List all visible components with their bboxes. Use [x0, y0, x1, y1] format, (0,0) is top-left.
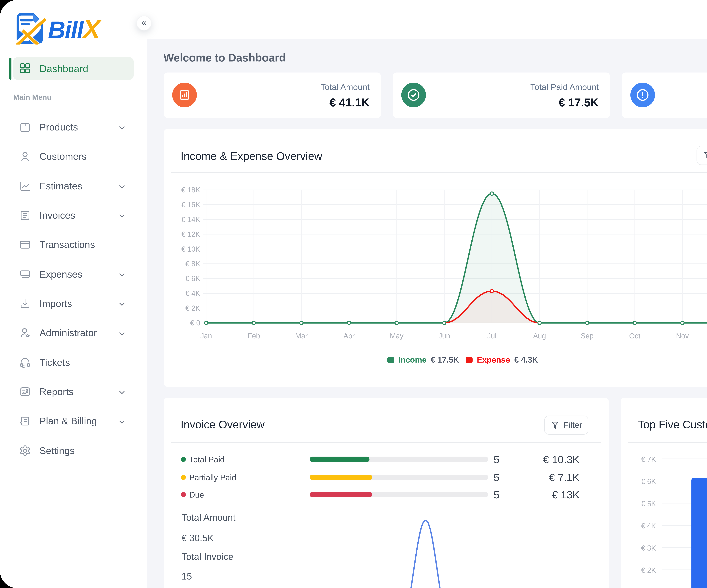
svg-text:Mar: Mar — [295, 332, 308, 340]
svg-text:Total Paid: Total Paid — [189, 455, 225, 464]
svg-text:5: 5 — [494, 472, 499, 484]
svg-text:€ 4K: € 4K — [641, 522, 656, 530]
svg-text:Due: Due — [189, 490, 204, 499]
svg-text:5: 5 — [494, 454, 499, 465]
svg-text:€ 30.5K: € 30.5K — [181, 533, 214, 543]
svg-text:15: 15 — [181, 571, 192, 582]
svg-text:€ 5K: € 5K — [641, 500, 656, 508]
svg-text:€ 0: € 0 — [190, 319, 200, 327]
svg-text:€ 10K: € 10K — [181, 245, 200, 253]
svg-text:May: May — [390, 332, 403, 340]
svg-text:€ 10.3K: € 10.3K — [543, 454, 579, 465]
svg-text:€ 6K: € 6K — [641, 478, 656, 486]
svg-text:Partially Paid: Partially Paid — [189, 473, 236, 482]
svg-text:€ 13K: € 13K — [552, 489, 579, 501]
svg-text:€ 18K: € 18K — [181, 186, 200, 194]
svg-text:Feb: Feb — [247, 332, 260, 340]
svg-text:5: 5 — [494, 489, 499, 501]
svg-text:€ 14K: € 14K — [181, 215, 200, 223]
svg-text:€ 2K: € 2K — [641, 566, 656, 575]
svg-text:Total Amount: Total Amount — [181, 512, 235, 523]
svg-text:Jun: Jun — [438, 332, 450, 340]
svg-text:€ 7.1K: € 7.1K — [549, 472, 579, 484]
svg-text:Sep: Sep — [581, 332, 594, 340]
svg-text:€ 12K: € 12K — [181, 230, 200, 238]
svg-text:€ 6K: € 6K — [185, 275, 200, 282]
svg-text:Aug: Aug — [533, 332, 546, 340]
svg-text:€ 16K: € 16K — [181, 201, 200, 209]
svg-text:€ 2K: € 2K — [185, 304, 200, 312]
svg-text:Oct: Oct — [629, 332, 640, 340]
svg-text:Jan: Jan — [200, 332, 212, 340]
svg-text:Nov: Nov — [676, 332, 689, 340]
svg-text:Apr: Apr — [343, 332, 355, 340]
svg-text:€ 4K: € 4K — [185, 289, 200, 298]
svg-text:€ 8K: € 8K — [185, 260, 200, 268]
svg-text:Total Invoice: Total Invoice — [181, 552, 233, 562]
svg-text:€ 3K: € 3K — [641, 544, 656, 552]
svg-text:€ 7K: € 7K — [641, 455, 656, 463]
svg-text:Jul: Jul — [487, 332, 496, 340]
